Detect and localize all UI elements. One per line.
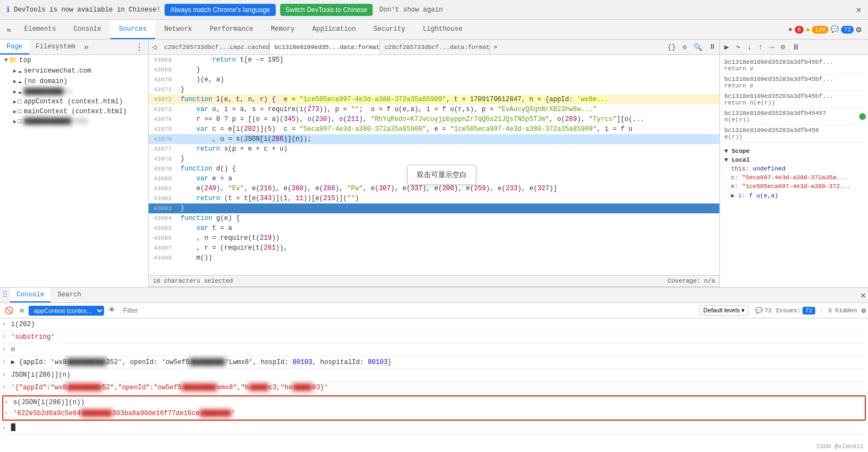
code-area[interactable]: 43968 return t[e -= 195] 43969 } 43970 )… [149, 55, 719, 275]
status-bar: 18 characters selected Coverage: n/a [149, 275, 719, 287]
console-issues-badge: 💬 72 Issues: 72 [755, 307, 815, 315]
console-close-icon[interactable]: ✕ [860, 290, 866, 301]
code-line-43973: 43973 var o, i = a, s = require(i(273)),… [149, 104, 719, 114]
arrow-right-icon6: ▶ [13, 118, 17, 125]
src-search-icon[interactable]: 🔍 [690, 43, 706, 52]
console-line-1: › i(202) [2, 318, 866, 331]
tree-label-top: top [19, 57, 31, 64]
watch-return-3: return n(e(r)) [724, 100, 864, 106]
scope-arrow-icon: ▼ [724, 148, 731, 155]
scope-local-title[interactable]: ▼ Local [722, 156, 866, 164]
debugger-step-icon[interactable]: → [767, 42, 776, 53]
tree-item-maincontext[interactable]: ▶ □ mainContext (context.html) [0, 107, 148, 117]
notification-bar: ℹ DevTools is now available in Chinese! … [0, 0, 868, 20]
console-panel: ⠿ Console Search ✕ 🚫 ⊘ appContext (conte… [0, 287, 868, 452]
sidebar-tab-page[interactable]: Page [0, 40, 29, 54]
tab-elements[interactable]: Elements [15, 20, 65, 39]
watch-item-4[interactable]: bc1318e8109ed35283a3dfb45457 n(e(r)) [722, 108, 866, 125]
console-filter-input[interactable] [120, 306, 697, 316]
tree-item-blurred1[interactable]: ▶ ☁ ██████████:n [0, 86, 148, 97]
watch-return-2: return e [724, 82, 864, 89]
watch-label-5: bc1318e8109ed35283a3dfb458 [724, 127, 864, 134]
message-badge: 72 [841, 26, 854, 34]
debugger-pause-exception-icon[interactable]: ⏸ [790, 42, 802, 53]
scope-val-c: "5eca997-4e3d-a380-372a35a... [742, 174, 847, 181]
console-separator: | [820, 307, 823, 315]
console-line-prompt: › [2, 422, 866, 435]
settings-icon[interactable]: ⚙ [856, 24, 861, 35]
debugger-deactivate-icon[interactable]: ⊘ [778, 41, 787, 53]
watch-return-5: e(r)) [724, 134, 864, 140]
tab-console[interactable]: Console [65, 20, 110, 39]
scope-prop-i: ▶ i [731, 192, 742, 199]
console-text-1: i(202) [11, 319, 35, 329]
console-arrow-r-3: › [2, 345, 9, 355]
src-tab-actions: {} ⊙ 🔍 ⏸ [664, 40, 719, 54]
sidebar-tab-filesystem[interactable]: Filesystem [29, 40, 82, 54]
cloud-icon2: ☁ [18, 77, 21, 85]
console-clear-icon[interactable]: 🚫 [2, 305, 15, 316]
scope-title[interactable]: ▼ Scope [722, 147, 866, 156]
console-eye-icon[interactable]: 👁 [106, 305, 118, 316]
console-filter-icon[interactable]: ⊘ [18, 305, 26, 316]
console-tab-search[interactable]: Search [51, 288, 88, 302]
match-language-button[interactable]: Always match Chrome's language [165, 4, 275, 16]
tooltip-text: 双击可显示空白 [417, 171, 467, 179]
console-settings-icon[interactable]: ⚙ [861, 306, 866, 315]
code-line-43987: 43987 , r = (require(t(261)), [149, 243, 719, 253]
console-arrow-l-4: ‹ [2, 357, 9, 367]
dont-show-link[interactable]: Don't show again [379, 6, 443, 14]
debugger-step-over-icon[interactable]: ↷ [733, 41, 742, 53]
tab-network[interactable]: Network [155, 20, 200, 39]
devtools-nav-icon[interactable]: ⇆ [2, 20, 15, 40]
tree-item-appcontext[interactable]: ▶ □ appContext (context.html) [0, 97, 148, 107]
console-drag-handle[interactable]: ⠿ [2, 290, 8, 300]
issues-label: 72 Issues: [765, 307, 801, 314]
tree-item-servicewechat[interactable]: ▶ ☁ servicewechat.com [0, 65, 148, 76]
watch-item-5[interactable]: bc1318e8109ed35283a3dfb458 e(r)) [722, 125, 866, 142]
tab-security[interactable]: Security [365, 20, 414, 39]
issues-icon: 💬 [755, 307, 763, 314]
hidden-badge: 3 hidden [828, 307, 857, 314]
console-levels-button[interactable]: Default levels ▾ [700, 305, 749, 316]
tab-performance[interactable]: Performance [201, 20, 262, 39]
error-badge: 6 [795, 26, 804, 34]
sidebar-more-tabs-icon[interactable]: » [84, 40, 89, 54]
tree-item-top[interactable]: ▼ 📁 top [0, 55, 148, 65]
tree-item-blurred2[interactable]: ▶ □ ████████████.htm [0, 117, 148, 126]
src-tab-formatted-active[interactable]: bc1318e8109ed35...data:formatted ✕ [270, 40, 380, 54]
code-line-43974: 43974 r >= 0 ? p = [(o = a)(345), o(230)… [149, 114, 719, 124]
debugger-step-into-icon[interactable]: ↓ [745, 42, 754, 53]
folder-icon2: □ [18, 98, 21, 106]
src-pause-icon[interactable]: ⏸ [706, 43, 719, 51]
console-context-select[interactable]: appContext (contex... [29, 306, 104, 316]
tab-application[interactable]: Application [303, 20, 364, 39]
console-text-7: s(JSON[i(286)](n)) [13, 398, 85, 407]
tab-sources[interactable]: Sources [110, 20, 155, 39]
watch-item-2[interactable]: bc1318e8109ed35283a3dfb45bf... return e [722, 74, 866, 91]
tab-lighthouse[interactable]: Lighthouse [414, 20, 471, 39]
src-tab-cachedata[interactable]: c28cf285733dbcf...Lmpz.cachedata [160, 40, 270, 54]
notification-close-icon[interactable]: ✕ [856, 4, 861, 15]
tab-memory[interactable]: Memory [262, 20, 303, 39]
tooltip-popup: 双击可显示空白 [407, 165, 476, 185]
console-output[interactable]: › i(202) ‹ 'substring' › n ‹ ▶ {appId: '… [0, 318, 868, 452]
scope-item-e: e: "1ce505eca997-4e3d-a380-372... [722, 182, 866, 191]
code-line-43981: 43981 e(249), "Ev", e(216), e(360), e(28… [149, 184, 719, 194]
console-tab-console[interactable]: Console [10, 288, 51, 302]
src-tab-nav-left[interactable]: ◁ [149, 40, 160, 54]
debugger-resume-icon[interactable]: ▶ [722, 41, 731, 53]
src-tab-c28-formatted[interactable]: c28cf285733dbcf...data:formatted [380, 40, 490, 54]
src-breakpoints-icon[interactable]: ⊙ [679, 43, 690, 52]
console-line-5: › JSON[i(286)](n) [2, 369, 866, 382]
watch-item-3[interactable]: bc1318e8109ed35283a3dfb45bf... return n(… [722, 91, 866, 108]
tree-item-nodomain[interactable]: ▶ ☁ (no domain) [0, 76, 148, 86]
sidebar-menu-icon[interactable]: ⋮ [130, 40, 148, 54]
src-pretty-print-icon[interactable]: {} [664, 43, 680, 51]
src-tabs-more-icon[interactable]: » [490, 40, 500, 54]
scope-section: ▼ Scope ▼ Local this: undefined c: "5eca… [722, 147, 866, 200]
cloud-icon: ☁ [18, 67, 21, 75]
debugger-step-out-icon[interactable]: ↑ [756, 42, 765, 53]
switch-chinese-button[interactable]: Switch DevTools to Chinese [280, 4, 373, 16]
watch-item-1[interactable]: bc1318e8109ed35283a3dfb45bf... return v [722, 57, 866, 74]
